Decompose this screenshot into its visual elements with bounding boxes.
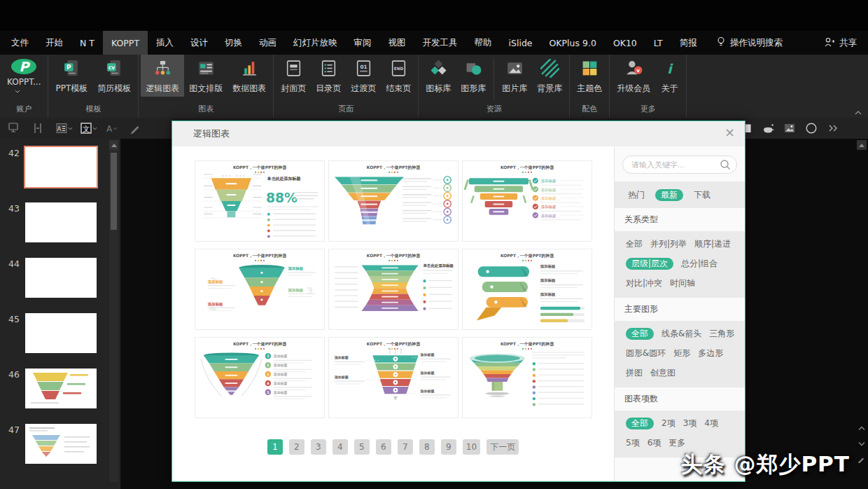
filter-option-2-6[interactable]: 更多 xyxy=(668,437,685,449)
scrollbar-thumb[interactable] xyxy=(111,153,117,230)
font-style-icon[interactable]: A xyxy=(105,122,122,135)
menu-tab-4[interactable]: 插入 xyxy=(148,31,182,55)
filter-option-0-2[interactable]: 顺序|递进 xyxy=(694,238,731,250)
search-icon[interactable] xyxy=(720,159,731,172)
sort-tab-2[interactable]: 下载 xyxy=(694,189,710,201)
menu-tab-17[interactable]: 简报 xyxy=(671,31,706,55)
insert-image-icon[interactable] xyxy=(783,122,797,135)
template-card-cone-3d[interactable]: KOPPT，一个做PPT的神器234添加标题添加标题添加标题添加标题 xyxy=(195,249,325,330)
pen-icon[interactable] xyxy=(856,454,867,464)
page-button-1[interactable]: 1 xyxy=(267,439,283,455)
template-card-hourglass[interactable]: KOPPT，一个做PPT的神器单击此处添加标题 xyxy=(328,249,458,330)
page-button-2[interactable]: 2 xyxy=(289,439,304,455)
close-icon[interactable]: × xyxy=(724,126,735,139)
menu-tab-15[interactable]: OK10 xyxy=(605,31,645,55)
ribbon-button-image-lib[interactable]: 图片库 xyxy=(497,55,532,97)
slide-thumbnail-45[interactable] xyxy=(25,313,97,353)
menu-tab-0[interactable]: 文件 xyxy=(3,31,37,55)
menu-tab-6[interactable]: 切换 xyxy=(216,31,251,55)
collapse-ribbon-icon[interactable] xyxy=(854,105,862,118)
ribbon-button-transition-page[interactable]: 01过渡页 xyxy=(346,55,381,97)
sort-tab-0[interactable]: 热门 xyxy=(628,189,645,201)
page-button-10[interactable]: 10 xyxy=(463,439,480,455)
page-button-9[interactable]: 9 xyxy=(441,439,456,455)
filter-option-1-7[interactable]: 创意图 xyxy=(650,367,676,379)
dialog-header[interactable]: 逻辑图表 × xyxy=(172,121,745,146)
ribbon-button-icon-lib[interactable]: 图标库 xyxy=(421,55,456,97)
share-button[interactable]: 共享 xyxy=(825,31,857,55)
menu-tab-5[interactable]: 设计 xyxy=(182,31,216,55)
menu-tab-12[interactable]: 帮助 xyxy=(466,31,500,55)
menu-tab-14[interactable]: OKPlus 9.0 xyxy=(541,31,605,55)
menu-tab-1[interactable]: 开始 xyxy=(37,31,71,55)
next-page-button[interactable]: 下一页 xyxy=(486,439,519,455)
menu-tab-16[interactable]: LT xyxy=(645,31,671,55)
filter-option-0-5[interactable]: 对比|冲突 xyxy=(626,277,662,289)
filter-option-2-1[interactable]: 2项 xyxy=(662,418,676,429)
ribbon-button-upgrade[interactable]: v升级会员 xyxy=(612,55,655,97)
menu-tab-3[interactable]: KOPPT xyxy=(103,31,148,55)
page-button-4[interactable]: 4 xyxy=(332,439,348,455)
previous-slide-icon[interactable] xyxy=(856,423,867,434)
page-button-7[interactable]: 7 xyxy=(398,439,413,455)
template-card-bowl-3d[interactable]: KOPPT，一个做PPT的神器 xyxy=(462,337,592,418)
ribbon-button-logic-chart[interactable]: 逻辑图表 xyxy=(141,55,184,97)
filter-option-0-4[interactable]: 总分|组合 xyxy=(681,258,718,270)
filter-option-0-0[interactable]: 全部 xyxy=(626,238,643,250)
filter-option-2-0[interactable]: 全部 xyxy=(626,418,654,429)
menu-tab-9[interactable]: 审阅 xyxy=(346,31,380,55)
ribbon-button-toc-page[interactable]: 目录页 xyxy=(311,55,346,97)
spacing-icon[interactable] xyxy=(31,122,48,135)
page-button-6[interactable]: 6 xyxy=(376,439,391,455)
filter-option-2-5[interactable]: 6项 xyxy=(648,437,662,449)
menu-tab-7[interactable]: 动画 xyxy=(251,31,285,55)
template-card-ribbon-spiral[interactable]: KOPPT，一个做PPT的神器添加标题添加标题添加标题 xyxy=(462,249,592,330)
slide-panel-scrollbar[interactable] xyxy=(109,140,118,482)
menu-tab-11[interactable]: 开发工具 xyxy=(414,31,466,55)
filter-option-2-2[interactable]: 3项 xyxy=(683,418,697,429)
page-button-3[interactable]: 3 xyxy=(311,439,326,455)
filter-option-1-1[interactable]: 线条&箭头 xyxy=(662,328,701,340)
template-card-funnel-stack[interactable]: KOPPT，一个做PPT的神器添加标题添加标题添加标题添加标题添加标题 xyxy=(462,160,592,242)
scroll-up-icon[interactable] xyxy=(109,140,118,150)
slide-thumbnail-44[interactable] xyxy=(25,258,97,298)
template-card-funnel-circles[interactable]: KOPPT，一个做PPT的神器添加标题添加标题添加标题添加标题添加标题 xyxy=(328,337,458,418)
filter-option-1-4[interactable]: 矩形 xyxy=(673,347,690,359)
filter-option-1-2[interactable]: 三角形 xyxy=(709,328,734,340)
pencil-icon[interactable] xyxy=(130,122,146,135)
magic-lamp-icon[interactable] xyxy=(761,122,775,135)
filter-option-0-6[interactable]: 时间轴 xyxy=(670,277,695,289)
align-objects-icon[interactable] xyxy=(7,122,24,135)
filter-option-2-3[interactable]: 4项 xyxy=(704,418,718,429)
page-button-5[interactable]: 5 xyxy=(354,439,370,455)
sort-tab-1[interactable]: 最新 xyxy=(655,189,683,201)
ribbon-button-end-page[interactable]: END结束页 xyxy=(381,55,416,97)
menu-tab-2[interactable]: N T xyxy=(71,31,103,55)
filter-option-0-1[interactable]: 并列|列举 xyxy=(650,238,687,250)
filter-option-1-5[interactable]: 多边形 xyxy=(698,347,723,359)
main-scroll-up[interactable] xyxy=(857,140,867,150)
slide-thumbnail-47[interactable] xyxy=(25,424,97,464)
filter-option-1-3[interactable]: 圆形&圆环 xyxy=(626,347,666,359)
filter-option-2-4[interactable]: 5项 xyxy=(626,437,640,449)
ribbon-button-data-chart[interactable]: 数据图表 xyxy=(227,55,271,97)
slide-thumbnail-42[interactable] xyxy=(25,147,97,187)
tell-me-search[interactable]: 操作说明搜索 xyxy=(717,31,783,55)
ribbon-button-ppt-template[interactable]: PPPT模板 xyxy=(50,55,92,97)
filter-option-1-6[interactable]: 拼图 xyxy=(626,367,643,379)
more-tools-icon[interactable] xyxy=(826,122,840,135)
ribbon-button-theme-color[interactable]: 主题色 xyxy=(572,55,607,97)
ribbon-button-cover-page[interactable]: 封面页 xyxy=(276,55,311,97)
ellipse-shape-icon[interactable] xyxy=(804,122,818,135)
template-card-funnel-wide[interactable]: KOPPT，一个做PPT的神器 xyxy=(328,160,458,242)
ribbon-button-layout-chart[interactable]: 图文排版 xyxy=(184,55,227,97)
ribbon-button-bg-lib[interactable]: 背景库 xyxy=(532,55,567,97)
slide-thumbnail-43[interactable] xyxy=(25,202,97,242)
template-card-cone-3d-steps[interactable]: KOPPT，一个做PPT的神器1添加标题2添加标题3添加标题4添加标题5添加标题 xyxy=(195,337,325,418)
text-style-box-icon[interactable]: A xyxy=(56,122,73,135)
slide-thumbnail-46[interactable] xyxy=(25,369,97,408)
ribbon-button-koppt-logo[interactable]: PKOPPT... xyxy=(2,55,46,97)
ribbon-button-about[interactable]: i关于 xyxy=(655,55,684,97)
menu-tab-13[interactable]: iSlide xyxy=(500,31,541,55)
filter-option-0-3[interactable]: 层级|层次 xyxy=(626,258,673,270)
